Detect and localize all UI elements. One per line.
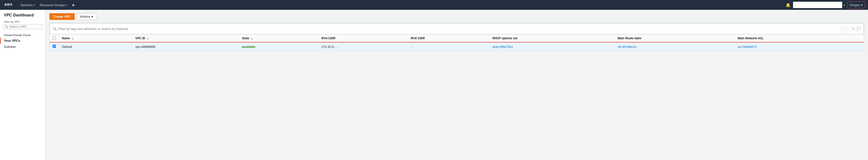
page-number: 1 xyxy=(851,27,855,31)
global-search-input[interactable] xyxy=(793,2,842,8)
vpc-filter-input[interactable] xyxy=(9,25,40,29)
row-state-0: available xyxy=(239,42,318,50)
row-ipv4-cidr-0: 172.31.0.... xyxy=(318,42,408,50)
row-ipv6-cidr-0: - xyxy=(408,42,490,50)
actions-label: Actions xyxy=(80,15,90,18)
sidebar-vpc-filter[interactable]: 🔍 xyxy=(3,24,42,29)
resource-groups-chevron: ▾ xyxy=(66,4,67,6)
table-header: Name ▲ VPC ID ▲ State ▲ IPv4 CIDR xyxy=(50,34,864,42)
services-label: Services xyxy=(21,3,33,7)
sidebar-item-label-your-vpcs: Your VPCs xyxy=(4,39,20,42)
header-state[interactable]: State ▲ xyxy=(239,34,318,42)
header-checkbox-cell xyxy=(50,34,59,42)
state-sort-icon: ▲ xyxy=(251,37,253,40)
search-chevron-icon[interactable]: ▾ xyxy=(843,4,846,6)
row-name-0: Default xyxy=(59,42,132,50)
name-sort-icon: ▲ xyxy=(71,37,74,40)
sidebar-item-subnets[interactable]: Subnets xyxy=(0,44,45,50)
favorites-star[interactable]: ★ xyxy=(69,3,77,7)
header-ipv6-cidr: IPv6 CIDR xyxy=(408,34,490,42)
row-checkbox-cell xyxy=(50,42,59,50)
table-row[interactable]: Default vpc-e89d0890 available 172.31.0.… xyxy=(50,42,864,50)
vpc-id-sort-icon: ▲ xyxy=(147,37,149,40)
region-selector[interactable]: Oregon ▾ xyxy=(847,1,865,8)
notifications-bell[interactable]: 🔔 xyxy=(783,3,793,7)
sidebar-resize-handle[interactable] xyxy=(44,10,45,160)
row-route-table-0[interactable]: rtb-60c9be1b xyxy=(615,42,735,50)
page-first-button[interactable]: |< xyxy=(840,25,845,33)
row-network-acl-0[interactable]: acl-0a6e8371 xyxy=(735,42,864,50)
header-vpc-id[interactable]: VPC ID ▲ xyxy=(132,34,239,42)
actions-button[interactable]: Actions ▾ xyxy=(77,13,97,20)
page-prev-button[interactable]: < xyxy=(846,27,850,31)
table-search-icon: 🔍 xyxy=(53,27,57,31)
sidebar: VPC Dashboard Filter by VPC: 🔍 Virtual P… xyxy=(0,10,45,160)
top-nav: aws ⌣ Services ▾ Resource Groups ▾ ★ 🔔 ▾… xyxy=(0,0,868,10)
header-main-network-acl: Main Network ACL xyxy=(735,34,864,42)
region-chevron: ▾ xyxy=(861,3,863,7)
page-next-button[interactable]: > xyxy=(856,27,861,31)
actions-chevron: ▾ xyxy=(91,15,93,18)
resource-groups-nav[interactable]: Resource Groups ▾ xyxy=(37,0,69,10)
aws-logo[interactable]: aws ⌣ xyxy=(3,1,14,9)
header-main-route-table: Main Route table xyxy=(615,34,735,42)
sidebar-filter-label: Filter by VPC: xyxy=(0,19,45,24)
toolbar: Create VPC Actions ▾ xyxy=(50,13,864,20)
search-wrapper: ▾ xyxy=(793,2,846,8)
main-content: Create VPC Actions ▾ 🔍 |< < 1 > xyxy=(45,10,868,160)
create-vpc-button[interactable]: Create VPC xyxy=(50,13,75,20)
row-vpc-id-0: vpc-e89d0890 xyxy=(132,42,239,50)
sidebar-section-title: Virtual Private Cloud xyxy=(0,32,45,38)
pagination-controls: |< < 1 > xyxy=(840,25,861,33)
main-layout: VPC Dashboard Filter by VPC: 🔍 Virtual P… xyxy=(0,10,868,160)
vpc-table-container: 🔍 |< < 1 > Na xyxy=(50,23,864,51)
header-ipv4-cidr: IPv4 CIDR xyxy=(318,34,408,42)
table-search-bar[interactable]: 🔍 |< < 1 > xyxy=(50,23,864,34)
sidebar-search-icon: 🔍 xyxy=(5,25,8,29)
sidebar-title: VPC Dashboard xyxy=(0,13,45,19)
services-nav[interactable]: Services ▾ xyxy=(18,0,37,10)
row-checkbox-0[interactable] xyxy=(53,45,56,48)
select-all-checkbox[interactable] xyxy=(53,36,56,40)
resource-groups-label: Resource Groups xyxy=(40,3,65,7)
table-body: Default vpc-e89d0890 available 172.31.0.… xyxy=(50,42,864,50)
region-label: Oregon xyxy=(849,3,860,7)
header-name[interactable]: Name ▲ xyxy=(59,34,132,42)
services-chevron: ▾ xyxy=(34,4,35,6)
table-search-input[interactable] xyxy=(58,27,838,31)
header-dhcp-options-set: DHCP options set xyxy=(489,34,614,42)
vpc-table: Name ▲ VPC ID ▲ State ▲ IPv4 CIDR xyxy=(50,34,864,50)
sidebar-item-label-subnets: Subnets xyxy=(4,45,16,49)
sidebar-item-your-vpcs[interactable]: Your VPCs xyxy=(0,38,45,44)
row-dhcp-options-0[interactable]: dopt-d9fa78a1 xyxy=(489,42,614,50)
